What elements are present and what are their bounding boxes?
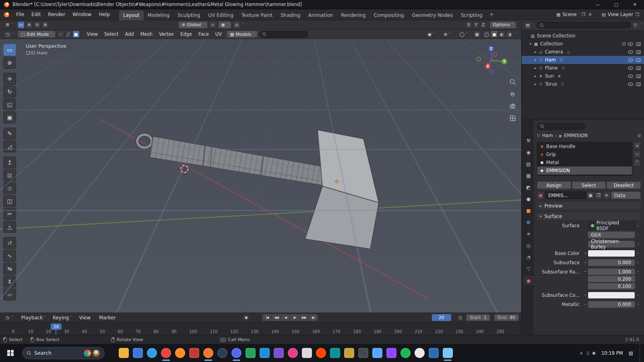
outliner-editor-button[interactable]: ▤˅ [524,22,534,29]
properties-tab[interactable]: ▦ [523,171,534,180]
expand-arrow-icon[interactable]: ▸ [533,50,538,54]
distribution-dropdown[interactable]: GGX˅ [588,231,635,239]
viewport-tool-button[interactable]: ▱ [3,288,16,300]
menu-item[interactable]: Window [69,12,95,17]
fake-user-button[interactable]: ▣ [587,192,594,199]
axis-toggle[interactable]: X [466,22,472,28]
outliner-row[interactable]: ▸ ◇ Camera ◇ [522,48,644,56]
hide-eye-icon[interactable] [628,66,633,70]
neg-y-axis-handle[interactable] [477,57,481,61]
visibility-dropdown[interactable]: ◉˅ [425,31,438,38]
scene-copy-icon[interactable]: ❐ [582,12,586,17]
viewport-tool-button[interactable]: ◫ [3,195,16,207]
show-desktop-button[interactable] [640,344,642,362]
unlink-material-button[interactable]: ✕ [603,192,610,199]
taskbar-app-icon[interactable] [161,348,171,358]
viewport-3d[interactable]: User Perspective (20) Ham ▭ ⊕ ✛ ↻ [0,39,521,313]
workspace-tab[interactable]: Texture Paint [237,10,277,20]
viewport-tool-button[interactable]: ▭ [3,44,16,56]
material-slot[interactable]: Metal [537,158,632,167]
taskbar-search-input[interactable]: Search [22,347,105,359]
properties-tab[interactable]: ▽ [523,264,534,274]
frame-start-field[interactable]: Start1 [466,314,490,321]
scene-unlink-icon[interactable]: ✕ [588,12,592,17]
hide-eye-icon[interactable] [628,42,633,46]
transport-button[interactable]: ▶▶ [299,314,308,321]
hide-eye-icon[interactable] [628,74,633,78]
maximize-button[interactable]: ▢ [607,0,625,9]
menu-item[interactable]: Edit [28,12,44,17]
viewport-tool-button[interactable]: ◿ [3,140,16,152]
workspace-tab[interactable]: Scripting [457,10,486,20]
viewport-tool-button[interactable]: ◱ [3,99,16,111]
surface-panel-header[interactable]: ▾ Surface [537,212,641,220]
radius-value-slider[interactable]: 0.100 [588,283,635,290]
properties-tab[interactable]: ◔ [523,253,534,262]
disable-render-icon[interactable] [636,42,641,46]
resize-grip[interactable]: ∷ ∷ [537,176,641,179]
outliner-search-input[interactable] [537,22,631,29]
properties-tab[interactable]: ✳ [523,229,534,239]
subsurface-method-dropdown[interactable]: Christensen-Burley˅ [588,241,635,248]
taskbar-app-icon[interactable] [246,348,256,358]
pin-icon[interactable]: ⊙ [638,134,641,138]
shading-mode-button[interactable]: ◯ [483,31,490,38]
select-mode-button[interactable]: ⊖ [33,21,41,29]
timeline-ruler[interactable]: 0102030405060708090100110120130140150160… [0,322,521,335]
hide-eye-icon[interactable] [628,58,633,62]
viewport-tool-button[interactable]: ↥ [3,156,16,169]
menu-item[interactable]: Render [44,12,69,17]
disable-render-icon[interactable] [636,58,641,62]
subsurface-value-slider[interactable]: 0.000 [588,259,635,266]
menu-item[interactable]: File [12,12,28,17]
action-button[interactable]: Select [572,181,606,189]
tray-icon[interactable]: ▯ [587,351,589,355]
filter-icon[interactable]: ▽ [634,23,637,28]
viewport-tool-button[interactable]: ✂ [3,208,16,220]
viewport-tool-button[interactable]: ✛ [3,73,16,85]
minimize-button[interactable]: — [588,0,607,9]
add-workspace-button[interactable]: + [486,10,497,19]
workspace-tab[interactable]: UV Editing [204,10,237,20]
properties-tab[interactable]: ▤ [523,159,534,169]
taskbar-app-icon[interactable] [203,348,213,358]
select-mode-button[interactable]: ⊗ [41,21,49,29]
expand-arrow-icon[interactable]: ▸ [533,74,538,78]
outliner-row[interactable]: ▸ ▽ Plane ▽ [522,64,644,72]
proportional-editing-button[interactable]: ◎ [233,21,240,29]
taskbar-app-icon[interactable] [330,348,340,358]
add-slot-button[interactable]: + [634,142,641,149]
outliner-row[interactable]: ▤ Scene Collection [522,32,644,40]
search-highlight-icon[interactable] [84,350,91,357]
workspace-tab[interactable]: Rendering [337,10,369,20]
snap-target-dropdown[interactable]: ◉ ˅ [218,21,232,29]
workspace-tab[interactable]: Layout [119,10,144,20]
outliner-row[interactable]: ▸ ▽ Ham ▽ [522,56,644,64]
viewport-menu-item[interactable]: View [84,31,101,37]
disable-render-icon[interactable] [636,74,641,78]
material-name-field[interactable]: EMMIS... [545,191,586,199]
properties-tab[interactable]: ⚒ [523,136,534,145]
tray-icon[interactable]: ◉ [592,351,596,355]
taskbar-app-icon[interactable] [274,348,284,358]
transport-button[interactable]: |◀ [262,314,271,321]
viewport-menu-item[interactable]: Mesh [137,31,156,37]
shading-mode-button[interactable]: ● [491,31,498,38]
view-layer-copy-icon[interactable]: ❐ [635,12,639,17]
taskbar-app-icon[interactable] [217,348,227,358]
transport-button[interactable]: ▶ [290,314,299,321]
asset-dropdown[interactable]: ▦ Models ˅ [227,31,258,38]
gizmos-dropdown[interactable]: ⊕˅ [440,31,454,38]
outliner-row[interactable]: ▸ ▽ Torus ▽ [522,80,644,88]
metallic-value-slider[interactable]: 0.000 [588,301,635,308]
viewport-tool-button[interactable]: ⊕ [3,57,16,69]
expand-arrow-icon[interactable]: ▸ [533,58,538,62]
shading-mode-button[interactable]: ◑ [506,31,513,38]
timeline-menu-item[interactable]: Marker [95,315,120,321]
clock-time[interactable]: 10:19 PM [601,350,623,356]
viewport-search-input[interactable] [259,31,308,38]
viewport-tool-button[interactable]: ⇆ [3,263,16,275]
current-frame-field[interactable]: 20 [432,314,451,321]
subsurface-color-swatch[interactable] [588,292,635,299]
mesh-select-mode-button[interactable]: ■ [72,31,80,38]
